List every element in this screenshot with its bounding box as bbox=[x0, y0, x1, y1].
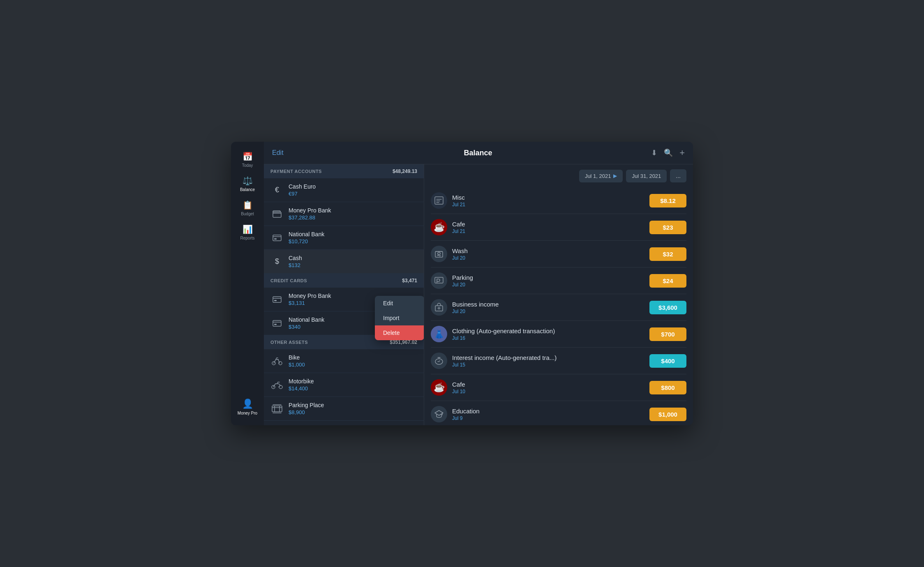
transaction-name-cafe2: Cafe bbox=[452, 381, 644, 388]
more-options-button[interactable]: ... bbox=[670, 169, 686, 182]
account-name-parking-place: Parking Place bbox=[289, 402, 417, 408]
bike-icon bbox=[270, 355, 284, 368]
cafe-icon-1: ☕ bbox=[431, 219, 447, 235]
dollar-icon: $ bbox=[270, 255, 284, 268]
sidebar-item-today[interactable]: 📅 Today bbox=[233, 148, 262, 171]
svg-rect-11 bbox=[272, 406, 282, 412]
transaction-wash[interactable]: Wash Jul 20 $32 bbox=[431, 241, 686, 267]
transaction-cafe2[interactable]: ☕ Cafe Jul 10 $800 bbox=[431, 374, 686, 401]
transaction-cafe1[interactable]: ☕ Cafe Jul 21 $23 bbox=[431, 214, 686, 241]
add-button[interactable]: + bbox=[679, 148, 685, 158]
main-content: Edit Balance ⬇ 🔍 + PAYMENT ACCOUNTS $48,… bbox=[264, 142, 693, 425]
account-national-bank[interactable]: National Bank $10,720 bbox=[264, 226, 424, 250]
card-icon bbox=[270, 231, 284, 244]
section-title-credit: CREDIT CARDS bbox=[270, 278, 307, 283]
account-balance-money-pro: $37,282.88 bbox=[289, 214, 417, 221]
header-actions: ⬇ 🔍 + bbox=[651, 148, 685, 158]
transaction-amount-interest: $400 bbox=[649, 354, 686, 368]
transaction-education[interactable]: Education Jul 9 $1,000 bbox=[431, 401, 686, 425]
transaction-misc[interactable]: Misc Jul 21 $8.12 bbox=[431, 187, 686, 214]
parking-place-icon bbox=[270, 402, 284, 415]
svg-rect-3 bbox=[273, 297, 281, 302]
account-cash[interactable]: $ Cash $132 bbox=[264, 250, 424, 274]
account-car[interactable]: Car $50,000 bbox=[264, 421, 424, 425]
svg-rect-15 bbox=[435, 197, 443, 204]
transaction-name-parking: Parking bbox=[452, 274, 644, 281]
transaction-amount-business: $3,600 bbox=[649, 301, 686, 314]
motorbike-icon bbox=[270, 378, 284, 392]
account-balance-bike: $1,000 bbox=[289, 362, 417, 368]
cafe-icon-2: ☕ bbox=[431, 379, 447, 396]
account-bike[interactable]: Bike $1,000 bbox=[264, 349, 424, 373]
right-panel: Jul 1, 2021 ▶ Jul 31, 2021 ... bbox=[424, 164, 693, 425]
account-parking-place[interactable]: Parking Place $8,900 bbox=[264, 397, 424, 421]
date-start-button[interactable]: Jul 1, 2021 ▶ bbox=[579, 170, 623, 182]
date-end-button[interactable]: Jul 31, 2021 bbox=[626, 170, 667, 182]
section-title-other: OTHER ASSETS bbox=[270, 340, 308, 345]
transaction-date-business: Jul 20 bbox=[452, 309, 644, 314]
account-name-cash-euro: Cash Euro bbox=[289, 183, 417, 190]
transaction-date-education: Jul 9 bbox=[452, 415, 644, 421]
transaction-parking[interactable]: Parking Jul 20 $24 bbox=[431, 267, 686, 294]
section-header-payment: PAYMENT ACCOUNTS $48,249.13 bbox=[264, 164, 424, 178]
transaction-amount-clothing: $700 bbox=[649, 327, 686, 341]
account-motorbike[interactable]: Motorbike $14,400 bbox=[264, 373, 424, 397]
svg-rect-1 bbox=[273, 235, 281, 241]
date-end-label: Jul 31, 2021 bbox=[632, 173, 661, 179]
account-balance-cash: $132 bbox=[289, 262, 417, 268]
account-name-motorbike: Motorbike bbox=[289, 378, 417, 385]
credit-card-icon-1 bbox=[270, 293, 284, 306]
transaction-date-parking: Jul 20 bbox=[452, 282, 644, 288]
business-icon bbox=[431, 299, 447, 316]
section-title-payment: PAYMENT ACCOUNTS bbox=[270, 169, 322, 174]
sidebar-item-budget-label: Budget bbox=[241, 212, 254, 216]
svg-rect-0 bbox=[273, 212, 281, 217]
search-icon[interactable]: 🔍 bbox=[664, 148, 673, 157]
context-menu: Edit Import Delete bbox=[375, 296, 424, 340]
sidebar-item-profile-label: Money Pro bbox=[238, 411, 257, 415]
svg-rect-4 bbox=[274, 300, 277, 301]
budget-icon: 📋 bbox=[243, 200, 253, 210]
transaction-amount-misc: $8.12 bbox=[649, 194, 686, 207]
transaction-name-business: Business income bbox=[452, 301, 644, 308]
transaction-business[interactable]: Business income Jul 20 $3,600 bbox=[431, 294, 686, 321]
account-balance-motorbike: $14,400 bbox=[289, 385, 417, 392]
sidebar-item-balance[interactable]: ⚖️ Balance bbox=[233, 173, 262, 195]
profile-icon: 👤 bbox=[242, 399, 253, 409]
section-total-credit: $3,471 bbox=[402, 278, 417, 284]
svg-rect-5 bbox=[273, 320, 281, 326]
transaction-date-misc: Jul 21 bbox=[452, 202, 644, 207]
account-money-pro-bank[interactable]: Money Pro Bank $37,282.88 bbox=[264, 202, 424, 226]
account-balance-national-bank: $10,720 bbox=[289, 238, 417, 244]
arrow-right-icon: ▶ bbox=[613, 173, 617, 179]
sidebar-item-profile[interactable]: 👤 Money Pro bbox=[233, 395, 262, 419]
svg-rect-18 bbox=[435, 277, 443, 283]
svg-rect-6 bbox=[274, 324, 277, 325]
context-menu-import[interactable]: Import bbox=[375, 311, 424, 325]
transaction-clothing[interactable]: 👗 Clothing (Auto-generated transaction) … bbox=[431, 321, 686, 348]
parking-icon bbox=[431, 272, 447, 289]
transaction-amount-parking: $24 bbox=[649, 274, 686, 288]
transaction-date-clothing: Jul 16 bbox=[452, 335, 644, 341]
transaction-amount-education: $1,000 bbox=[649, 408, 686, 421]
sidebar-item-reports[interactable]: 📊 Reports bbox=[233, 221, 262, 244]
edit-button[interactable]: Edit bbox=[272, 149, 305, 157]
context-menu-delete[interactable]: Delete bbox=[375, 325, 424, 340]
education-icon bbox=[431, 406, 447, 422]
download-icon[interactable]: ⬇ bbox=[651, 148, 657, 157]
transaction-interest[interactable]: Interest income (Auto-generated tra...) … bbox=[431, 348, 686, 374]
transaction-name-education: Education bbox=[452, 408, 644, 415]
sidebar-item-budget[interactable]: 📋 Budget bbox=[233, 197, 262, 219]
page-title: Balance bbox=[305, 149, 651, 157]
misc-icon bbox=[431, 192, 447, 209]
context-menu-edit[interactable]: Edit bbox=[375, 296, 424, 311]
svg-point-17 bbox=[438, 252, 440, 255]
credit-card-icon-2 bbox=[270, 317, 284, 330]
calendar-icon: 📅 bbox=[243, 152, 253, 161]
transaction-name-misc: Misc bbox=[452, 194, 644, 201]
account-name-national-bank: National Bank bbox=[289, 231, 417, 237]
account-name-money-pro: Money Pro Bank bbox=[289, 207, 417, 214]
transaction-date-interest: Jul 15 bbox=[452, 362, 644, 368]
account-cash-euro[interactable]: € Cash Euro €97 bbox=[264, 178, 424, 202]
sidebar-item-reports-label: Reports bbox=[240, 236, 254, 240]
